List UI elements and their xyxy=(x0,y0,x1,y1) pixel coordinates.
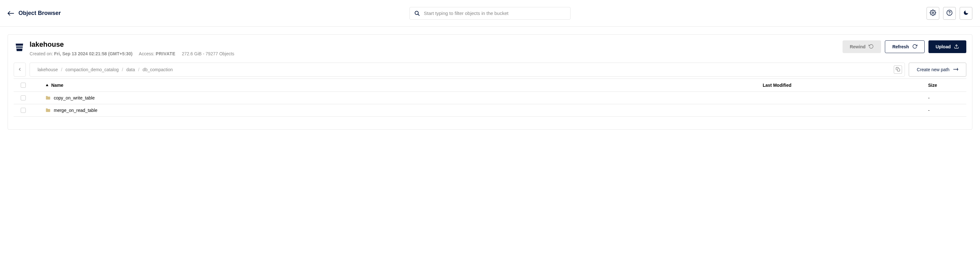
row-name: copy_on_write_table xyxy=(54,95,94,100)
upload-icon xyxy=(954,44,959,50)
breadcrumb-sep: / xyxy=(138,67,139,72)
copy-icon xyxy=(896,67,900,73)
refresh-label: Refresh xyxy=(892,44,909,49)
rewind-label: Rewind xyxy=(850,44,866,49)
bucket-actions: Rewind Refresh Upload xyxy=(843,40,966,53)
col-modified-header[interactable]: Last Modified xyxy=(763,83,928,88)
page-title: Object Browser xyxy=(19,10,61,17)
svg-point-3 xyxy=(932,12,934,14)
breadcrumb-seg[interactable]: compaction_demo_catalog xyxy=(65,67,119,72)
table-header: Name Last Modified Size xyxy=(14,79,966,92)
col-name-header[interactable]: Name xyxy=(33,83,763,88)
copy-path-button[interactable] xyxy=(894,65,902,74)
search-box[interactable] xyxy=(409,7,571,20)
breadcrumb-back-button[interactable] xyxy=(14,63,26,77)
breadcrumb-seg[interactable]: lakehouse xyxy=(38,67,58,72)
breadcrumb-sep: / xyxy=(122,67,123,72)
col-size-label: Size xyxy=(928,83,937,88)
col-modified-label: Last Modified xyxy=(763,83,791,88)
topbar-left: Object Browser xyxy=(8,10,110,17)
col-name-label: Name xyxy=(51,83,63,88)
bucket-header: lakehouse Created on: Fri, Sep 13 2024 0… xyxy=(14,40,966,56)
row-name-cell: copy_on_write_table xyxy=(33,95,763,100)
breadcrumb-seg[interactable]: data xyxy=(126,67,135,72)
svg-rect-9 xyxy=(897,69,900,71)
breadcrumb: lakehouse / compaction_demo_catalog / da… xyxy=(30,63,905,77)
search-input[interactable] xyxy=(424,11,566,16)
bucket-icon xyxy=(14,42,25,53)
back-arrow-icon[interactable] xyxy=(8,11,14,16)
rewind-button: Rewind xyxy=(843,40,881,53)
sort-asc-icon xyxy=(46,84,49,87)
refresh-button[interactable]: Refresh xyxy=(885,40,924,53)
object-table: Name Last Modified Size copy_on_write xyxy=(14,79,966,117)
svg-line-2 xyxy=(418,14,419,16)
row-check-cell xyxy=(14,108,33,113)
folder-icon xyxy=(46,96,51,100)
rewind-icon xyxy=(869,44,874,50)
bucket-card: lakehouse Created on: Fri, Sep 13 2024 0… xyxy=(8,34,972,130)
topbar-right xyxy=(926,7,972,20)
search-icon xyxy=(414,11,420,16)
created-label: Created on: xyxy=(30,51,53,56)
row-name: merge_on_read_table xyxy=(54,108,97,113)
bucket-meta: Created on: Fri, Sep 13 2024 02:21:58 (G… xyxy=(30,51,838,56)
svg-marker-13 xyxy=(46,84,48,86)
row-size: - xyxy=(928,108,966,113)
svg-rect-6 xyxy=(16,46,22,47)
breadcrumb-seg[interactable]: db_compaction xyxy=(143,67,173,72)
table-row[interactable]: merge_on_read_table - xyxy=(14,104,966,117)
settings-button[interactable] xyxy=(926,7,939,20)
new-path-icon xyxy=(953,67,958,73)
row-check-cell xyxy=(14,95,33,100)
folder-icon xyxy=(46,108,51,112)
col-size-header[interactable]: Size xyxy=(928,83,966,88)
breadcrumb-row: lakehouse / compaction_demo_catalog / da… xyxy=(14,63,966,77)
svg-rect-7 xyxy=(16,48,22,49)
bucket-name: lakehouse xyxy=(30,40,838,49)
content: lakehouse Created on: Fri, Sep 13 2024 0… xyxy=(0,27,980,137)
help-button[interactable] xyxy=(943,7,956,20)
upload-label: Upload xyxy=(936,44,951,49)
refresh-icon xyxy=(912,44,917,50)
row-name-cell: merge_on_read_table xyxy=(33,108,763,113)
access-value: PRIVATE xyxy=(156,51,175,56)
create-new-path-button[interactable]: Create new path xyxy=(909,63,966,77)
row-size: - xyxy=(928,95,966,100)
gear-icon xyxy=(930,9,936,17)
breadcrumb-sep: / xyxy=(61,67,62,72)
moon-icon xyxy=(963,10,969,17)
topbar: Object Browser xyxy=(0,0,980,27)
row-checkbox[interactable] xyxy=(21,95,26,100)
upload-button[interactable]: Upload xyxy=(929,40,966,53)
bucket-stats: 272.6 GiB - 79277 Objects xyxy=(182,51,234,56)
bucket-info: lakehouse Created on: Fri, Sep 13 2024 0… xyxy=(30,40,838,56)
help-icon xyxy=(946,9,953,17)
access-label: Access: xyxy=(139,51,154,56)
table-row[interactable]: copy_on_write_table - xyxy=(14,92,966,104)
created-value: Fri, Sep 13 2024 02:21:58 (GMT+5:30) xyxy=(54,51,132,56)
search-wrap xyxy=(409,7,571,20)
select-all-cell xyxy=(14,83,33,88)
chevron-left-icon xyxy=(18,67,22,73)
row-checkbox[interactable] xyxy=(21,108,26,113)
select-all-checkbox[interactable] xyxy=(21,83,26,88)
theme-toggle-button[interactable] xyxy=(959,7,972,20)
create-path-label: Create new path xyxy=(917,67,950,72)
